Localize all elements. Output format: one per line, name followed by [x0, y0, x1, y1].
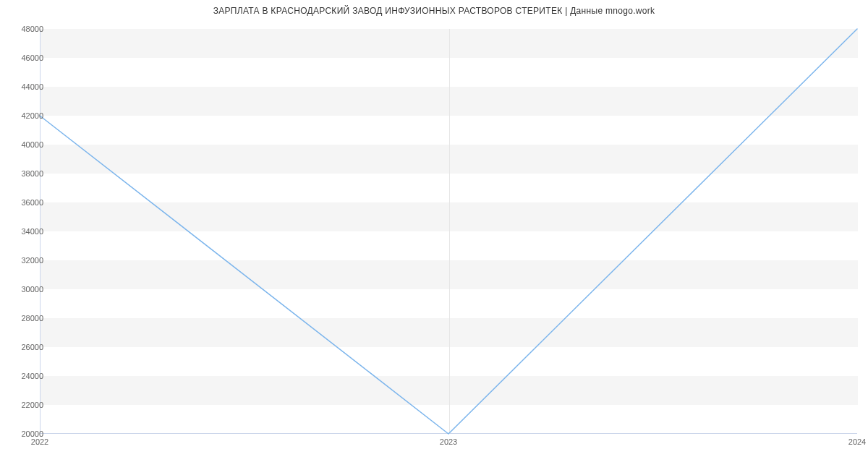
- y-axis-tick-label: 36000: [11, 198, 43, 207]
- plot-area-wrapper: [40, 29, 857, 434]
- y-axis-tick-label: 28000: [11, 314, 43, 322]
- y-axis-tick-label: 38000: [11, 169, 43, 178]
- y-axis-tick-label: 34000: [11, 227, 43, 236]
- y-axis-tick-label: 42000: [11, 111, 43, 120]
- y-axis-tick-label: 44000: [11, 82, 43, 91]
- y-axis-tick-label: 40000: [11, 140, 43, 149]
- chart-title: ЗАРПЛАТА В КРАСНОДАРСКИЙ ЗАВОД ИНФУЗИОНН…: [0, 6, 868, 16]
- y-axis-tick-label: 26000: [11, 343, 43, 351]
- y-axis-tick-label: 32000: [11, 256, 43, 265]
- x-axis-tick-label: 2022: [31, 437, 48, 446]
- y-axis-tick-label: 22000: [11, 401, 43, 409]
- y-axis-tick-label: 30000: [11, 285, 43, 294]
- y-axis-tick-label: 48000: [11, 25, 43, 33]
- data-line: [40, 29, 857, 434]
- y-axis-tick-label: 46000: [11, 54, 43, 62]
- x-axis-tick-label: 2024: [848, 437, 866, 446]
- chart-container: ЗАРПЛАТА В КРАСНОДАРСКИЙ ЗАВОД ИНФУЗИОНН…: [0, 0, 868, 470]
- y-axis-tick-label: 24000: [11, 372, 43, 380]
- x-axis-tick-label: 2023: [440, 437, 457, 446]
